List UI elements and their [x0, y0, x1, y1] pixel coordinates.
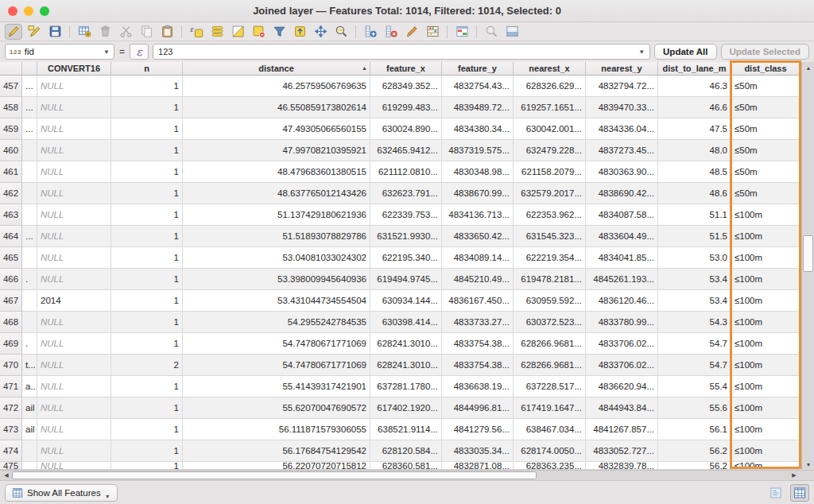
- field-selector-dropdown[interactable]: 123 fid ▼: [5, 44, 114, 60]
- cell-nearest_y[interactable]: 4841267.857...: [586, 419, 658, 440]
- cell-dist_class[interactable]: ≤50m: [731, 76, 800, 97]
- cell-nearest_x[interactable]: 622353.962...: [514, 204, 586, 226]
- cell-nearest_x[interactable]: 619478.2181...: [514, 269, 586, 290]
- cell-nearest_y[interactable]: 4833706.02...: [586, 333, 658, 355]
- cell-feature_x[interactable]: 630024.890...: [370, 118, 442, 140]
- cell-dist_to_lane_m[interactable]: 55.6: [658, 397, 731, 419]
- cell-nearest_x[interactable]: 631545.323...: [514, 226, 586, 247]
- cell-dist_class[interactable]: ≤100m: [731, 376, 800, 397]
- row-number-459[interactable]: 459: [0, 118, 22, 140]
- column-header-nearest_y[interactable]: nearest_y: [586, 62, 658, 76]
- cell-feature_x[interactable]: 628349.352...: [370, 76, 442, 97]
- filter-select-features-button[interactable]: [270, 24, 288, 40]
- cell-dist_class[interactable]: ≤50m: [731, 161, 800, 183]
- cell-CONVERT16[interactable]: NULL: [37, 355, 111, 376]
- cell-txt[interactable]: [22, 161, 37, 183]
- cell-nearest_x[interactable]: 621158.2079...: [514, 161, 586, 183]
- cell-txt[interactable]: ...: [22, 97, 37, 118]
- cell-distance[interactable]: 54.2955242784535: [183, 312, 370, 333]
- row-number-469[interactable]: 469: [0, 333, 22, 355]
- row-number-473[interactable]: 473: [0, 419, 22, 440]
- cell-dist_to_lane_m[interactable]: 48.5: [658, 161, 731, 183]
- column-header-dist_class[interactable]: dist_class: [731, 62, 800, 76]
- cell-n[interactable]: 2: [111, 355, 183, 376]
- cell-distance[interactable]: 51.137429180621936: [183, 204, 370, 226]
- cell-txt[interactable]: .: [22, 333, 37, 355]
- cell-n[interactable]: 1: [111, 247, 183, 269]
- cell-dist_class[interactable]: ≤50m: [731, 97, 800, 118]
- cell-txt[interactable]: ail: [22, 419, 37, 440]
- cell-n[interactable]: 1: [111, 226, 183, 247]
- cell-nearest_y[interactable]: 4844943.84...: [586, 397, 658, 419]
- cell-dist_to_lane_m[interactable]: 56.2: [658, 462, 731, 470]
- cell-nearest_x[interactable]: 638467.034...: [514, 419, 586, 440]
- cell-distance[interactable]: 54.74780671771069: [183, 333, 370, 355]
- cell-txt[interactable]: ...: [22, 226, 37, 247]
- cell-nearest_x[interactable]: 628266.9681...: [514, 333, 586, 355]
- cell-feature_x[interactable]: 621112.0810...: [370, 161, 442, 183]
- cell-txt[interactable]: ail: [22, 397, 37, 419]
- cell-feature_x[interactable]: 630398.414...: [370, 312, 442, 333]
- scroll-up-arrow-icon[interactable]: ▲: [802, 63, 814, 72]
- cell-txt[interactable]: [22, 140, 37, 161]
- cell-feature_y[interactable]: 4833035.34...: [442, 440, 514, 462]
- cell-feature_x[interactable]: 628360.581...: [370, 462, 442, 470]
- cell-feature_y[interactable]: 4838670.99...: [442, 183, 514, 204]
- column-header-n[interactable]: n: [111, 62, 183, 76]
- cell-feature_y[interactable]: 4833754.38...: [442, 355, 514, 376]
- vertical-scrollbar[interactable]: ▲ ▼: [801, 62, 814, 470]
- reload-table-button[interactable]: [76, 24, 93, 40]
- cell-dist_to_lane_m[interactable]: 53.0: [658, 247, 731, 269]
- cell-feature_y[interactable]: 4836638.19...: [442, 376, 514, 397]
- cell-distance[interactable]: 48.637765012143426: [183, 183, 370, 204]
- cell-dist_to_lane_m[interactable]: 51.1: [658, 204, 731, 226]
- cell-dist_class[interactable]: ≤50m: [731, 118, 800, 140]
- close-window-button[interactable]: [8, 6, 17, 16]
- cell-dist_to_lane_m[interactable]: 48.6: [658, 183, 731, 204]
- cell-feature_x[interactable]: 638521.9114...: [370, 419, 442, 440]
- cell-distance[interactable]: 46.550859173802614: [183, 97, 370, 118]
- cell-feature_y[interactable]: 4834380.34...: [442, 118, 514, 140]
- cell-txt[interactable]: [22, 440, 37, 462]
- cell-dist_to_lane_m[interactable]: 47.5: [658, 118, 731, 140]
- cell-nearest_x[interactable]: 622219.354...: [514, 247, 586, 269]
- row-number-464[interactable]: 464: [0, 226, 22, 247]
- cell-CONVERT16[interactable]: NULL: [37, 76, 111, 97]
- scroll-down-arrow-icon[interactable]: ▼: [802, 459, 814, 469]
- cell-feature_y[interactable]: 4834089.14...: [442, 247, 514, 269]
- row-number-474[interactable]: 474: [0, 440, 22, 462]
- cell-n[interactable]: 1: [111, 397, 183, 419]
- cell-CONVERT16[interactable]: NULL: [37, 333, 111, 355]
- cell-dist_class[interactable]: ≤100m: [731, 440, 800, 462]
- cell-CONVERT16[interactable]: NULL: [37, 97, 111, 118]
- cell-feature_x[interactable]: 622195.340...: [370, 247, 442, 269]
- cell-nearest_x[interactable]: 619257.1651...: [514, 97, 586, 118]
- cell-dist_to_lane_m[interactable]: 54.7: [658, 355, 731, 376]
- scroll-right-arrow-icon[interactable]: ▶: [789, 471, 800, 480]
- row-number-462[interactable]: 462: [0, 183, 22, 204]
- cell-feature_x[interactable]: 619494.9745...: [370, 269, 442, 290]
- invert-selection-button[interactable]: [229, 24, 246, 40]
- cell-nearest_x[interactable]: 630959.592...: [514, 290, 586, 312]
- save-edits-button[interactable]: [46, 24, 64, 40]
- cell-distance[interactable]: 54.74780671771069: [183, 355, 370, 376]
- cell-distance[interactable]: 53.398009945640936: [183, 269, 370, 290]
- cell-CONVERT16[interactable]: NULL: [37, 312, 111, 333]
- cell-nearest_x[interactable]: 628174.0050...: [514, 440, 586, 462]
- cell-distance[interactable]: 56.17684754129542: [183, 440, 370, 462]
- dock-attribute-table-button[interactable]: [503, 24, 521, 40]
- cell-feature_y[interactable]: 4833650.42...: [442, 226, 514, 247]
- select-by-expression-button[interactable]: ε: [188, 24, 205, 40]
- row-number-458[interactable]: 458: [0, 97, 22, 118]
- cell-n[interactable]: 1: [111, 204, 183, 226]
- cell-nearest_y[interactable]: 4830363.90...: [586, 161, 658, 183]
- cell-nearest_y[interactable]: 4845261.193...: [586, 269, 658, 290]
- cell-n[interactable]: 1: [111, 333, 183, 355]
- field-calculator-button[interactable]: [424, 24, 441, 40]
- cell-txt[interactable]: [22, 290, 37, 312]
- cell-dist_class[interactable]: ≤100m: [731, 312, 800, 333]
- row-number-475[interactable]: 475: [0, 462, 22, 470]
- vertical-scrollbar-thumb[interactable]: [803, 235, 813, 272]
- cell-CONVERT16[interactable]: NULL: [37, 462, 111, 470]
- cell-n[interactable]: 1: [111, 161, 183, 183]
